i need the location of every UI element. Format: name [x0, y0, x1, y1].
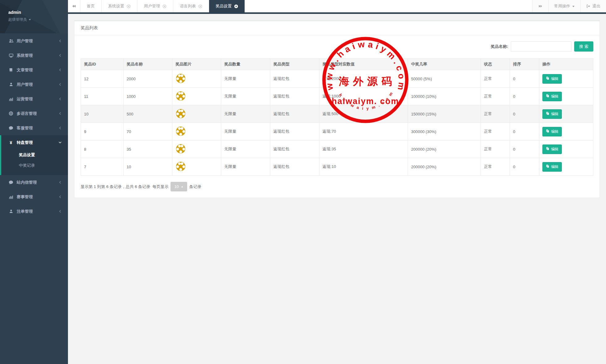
cell-image: [172, 158, 221, 176]
sidebar-item-label: 客服管理: [17, 125, 58, 131]
sidebar-item-label: 运营管理: [17, 96, 58, 102]
cell-status: 正常: [481, 123, 510, 140]
cell-quantity: 无限量: [221, 105, 270, 123]
copy-icon: [546, 147, 549, 152]
cell-name: 70: [124, 123, 172, 140]
edit-button[interactable]: 编辑: [542, 127, 562, 136]
table-row: 10500无限量返现红包返现:500150000 (15%)正常0编辑: [81, 105, 593, 123]
sidebar-item-11[interactable]: 注单管理: [0, 204, 68, 219]
sidebar-item-5[interactable]: 运营管理: [0, 92, 68, 106]
close-tab-icon[interactable]: [234, 4, 238, 8]
copy-icon: [546, 129, 549, 134]
sidebar-item-9[interactable]: 站内信管理: [0, 175, 68, 190]
pagination-bar: 显示第 1 到第 6 条记录，总共 6 条记录 每页显示 10 ▲ 条记录: [81, 182, 593, 191]
sidebar-item-8[interactable]: ¥转盘管理: [1, 135, 68, 150]
cell-id: 7: [81, 158, 124, 176]
tab-label: 用户管理: [144, 3, 160, 9]
tab-label: 奖品设置: [216, 3, 232, 9]
tab-4[interactable]: 语言列表: [173, 0, 209, 12]
sidebar-item-label: 用户管理: [17, 38, 58, 44]
football-icon: [175, 108, 186, 119]
cell-action: 编辑: [539, 158, 593, 176]
sidebar-item-label: 系统管理: [17, 53, 58, 58]
edit-button[interactable]: 编辑: [542, 92, 562, 101]
tab-label: 语言列表: [180, 3, 196, 9]
search-label: 奖品名称:: [491, 44, 508, 49]
sidebar-item-4[interactable]: 用户管理: [0, 77, 68, 92]
search-button[interactable]: 搜 索: [574, 41, 593, 52]
football-icon: [175, 144, 186, 154]
cell-action: 编辑: [539, 105, 593, 123]
tab-3[interactable]: 用户管理: [137, 0, 173, 12]
cell-sort: 0: [510, 123, 539, 140]
cell-image: [172, 88, 221, 105]
chevron-left-icon: [58, 181, 62, 184]
close-tab-icon[interactable]: [198, 4, 202, 8]
edit-button[interactable]: 编辑: [542, 74, 562, 84]
caret-down-icon: [28, 18, 31, 21]
tab-5[interactable]: 奖品设置: [209, 0, 245, 12]
copy-icon: [546, 164, 549, 169]
chevron-left-icon: [58, 97, 62, 101]
sidebar: admin 超级管理员 用户管理系统管理文章管理用户管理运营管理多语言管理客服管…: [0, 0, 68, 364]
sidebar-item-6[interactable]: 多语言管理: [0, 106, 68, 121]
collapse-tabs-button[interactable]: [68, 0, 80, 12]
user-name: admin: [8, 10, 68, 15]
logout-button[interactable]: 退出: [580, 0, 606, 12]
user-icon: [8, 209, 14, 214]
cell-type: 返现红包: [270, 70, 319, 88]
copy-icon: [546, 94, 549, 99]
sidebar-subitem[interactable]: 中奖记录: [1, 160, 68, 171]
caret-up-icon: ▲: [181, 185, 183, 188]
cell-name: 10: [124, 158, 172, 176]
close-tab-icon[interactable]: [127, 4, 131, 8]
edit-button-label: 编辑: [551, 94, 558, 99]
prize-list-panel: 奖品列表 奖品名称: 搜 索 奖品ID奖品名称奖品图片奖品: [74, 20, 600, 198]
close-tab-icon[interactable]: [162, 4, 166, 8]
sidebar-item-label: 用户管理: [17, 82, 58, 87]
sidebar-item-label: 文章管理: [17, 67, 58, 73]
chevron-left-icon: [58, 210, 62, 213]
sidebar-item-label: 多语言管理: [17, 111, 58, 116]
chevron-left-icon: [58, 83, 62, 86]
cell-type_value: 返现:2000: [319, 70, 408, 88]
tab-list: 首页系统设置用户管理语言列表奖品设置: [80, 0, 245, 12]
bar-chart-icon: [8, 97, 14, 101]
cell-action: 编辑: [539, 70, 593, 88]
edit-button[interactable]: 编辑: [542, 109, 562, 119]
table-row: 710无限量返现红包返现:10200000 (20%)正常0编辑: [81, 158, 593, 176]
tab-2[interactable]: 系统设置: [102, 0, 137, 12]
prize-name-input[interactable]: [511, 41, 571, 52]
sidebar-item-3[interactable]: 文章管理: [0, 63, 68, 77]
cell-type_value: 返现:500: [319, 105, 408, 123]
page-size-dropdown[interactable]: 10 ▲: [170, 182, 187, 191]
sidebar-item-7[interactable]: 客服管理: [0, 121, 68, 135]
cell-name: 500: [124, 105, 172, 123]
cell-id: 10: [81, 105, 124, 123]
cell-id: 8: [81, 140, 124, 158]
edit-button[interactable]: 编辑: [542, 162, 562, 172]
column-header: 奖品名称: [124, 59, 172, 70]
cell-probability: 100000 (10%): [408, 88, 481, 105]
angle-double-right-icon: [538, 4, 543, 8]
cell-type: 返现红包: [270, 88, 319, 105]
sidebar-item-10[interactable]: 赛事管理: [0, 190, 68, 204]
cell-quantity: 无限量: [221, 140, 270, 158]
cell-probability: 50000 (5%): [408, 70, 481, 88]
sidebar-subitem[interactable]: 奖品设置: [1, 150, 68, 160]
cell-action: 编辑: [539, 88, 593, 105]
forward-tabs-button[interactable]: [532, 0, 548, 12]
cell-sort: 0: [510, 88, 539, 105]
panel-header: 奖品列表: [74, 21, 600, 35]
sidebar-item-2[interactable]: 系统管理: [0, 48, 68, 63]
column-header: 奖品ID: [81, 59, 124, 70]
common-actions-dropdown[interactable]: 常用操作: [548, 0, 580, 12]
user-role-dropdown[interactable]: 超级管理员: [8, 17, 68, 22]
tab-1[interactable]: 首页: [80, 0, 102, 12]
logout-label: 退出: [592, 3, 600, 9]
edit-button[interactable]: 编辑: [542, 144, 562, 154]
yen-icon: ¥: [8, 140, 14, 145]
sidebar-item-1[interactable]: 用户管理: [0, 34, 68, 48]
chevron-left-icon: [58, 126, 62, 130]
sidebar-item-label: 注单管理: [17, 209, 58, 214]
